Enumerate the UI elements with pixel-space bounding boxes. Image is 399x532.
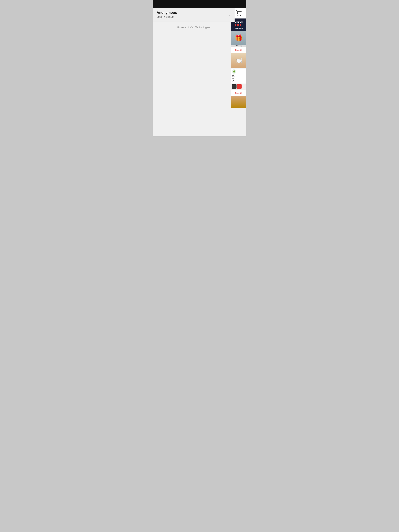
food-emoji-1: 🍽️ (235, 57, 242, 64)
svg-point-0 (238, 15, 238, 16)
powered-by-text: Powered by V1 Technologies (177, 26, 210, 29)
chevron-right-icon: › (229, 12, 231, 17)
user-header[interactable]: Anonymous Login / signup › (153, 8, 235, 21)
takeaway-text: s Takeaway, (231, 45, 246, 47)
product-price: £3 (232, 79, 245, 83)
see-all-2[interactable]: See All (231, 89, 246, 96)
product-desc-1: Fres (232, 76, 245, 78)
food-thumbnail-3 (231, 96, 246, 108)
product-name: Ve (232, 74, 245, 76)
food-thumbnail-1: 🍽️ (231, 53, 246, 68)
cart-icon[interactable] (236, 10, 242, 16)
user-info: Anonymous Login / signup (157, 11, 177, 18)
status-bar (153, 0, 246, 8)
color-swatches (231, 84, 246, 89)
svg-point-1 (240, 15, 241, 16)
promo-image: 🎁 (231, 31, 246, 45)
login-signup-label: Login / signup (157, 15, 177, 18)
user-name: Anonymous (157, 11, 177, 15)
product-card-1: 🌿 Ve Fres pop £3 (231, 68, 246, 83)
gift-icon: 🎁 (235, 34, 243, 42)
color-swatch-red (237, 84, 242, 89)
color-swatch-dark (232, 84, 237, 89)
product-desc-2: pop (232, 78, 245, 79)
sidebar-footer: Powered by V1 Technologies (153, 21, 235, 33)
see-all-1[interactable]: See All (231, 47, 246, 53)
product-badge-icon: 🌿 (233, 70, 235, 73)
